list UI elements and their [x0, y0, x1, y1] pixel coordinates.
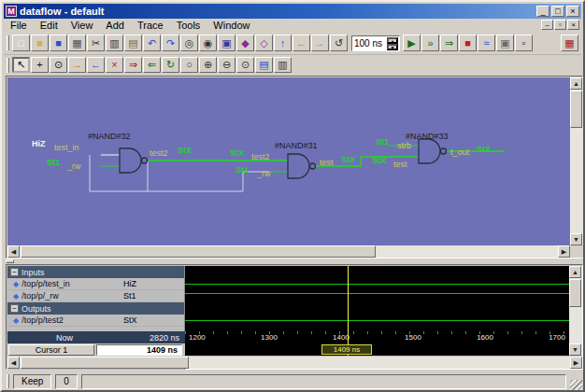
wave-cursor-line[interactable] — [348, 266, 349, 356]
grid-button[interactable]: ▦ — [561, 35, 578, 51]
cursor-time-tag[interactable]: 1409 ns — [321, 344, 372, 355]
scroll-left-button[interactable]: ◀ — [7, 245, 20, 258]
cut-button[interactable]: ✂ — [87, 35, 105, 51]
minimize-button[interactable]: _ — [536, 6, 549, 17]
toolbar-grip[interactable] — [7, 35, 9, 50]
spin-down-button[interactable]: ▾ — [387, 44, 398, 50]
zoom-out-button[interactable]: ⊖ — [218, 57, 235, 73]
trace-set-button[interactable]: ◆ — [236, 35, 254, 51]
nand-gate-31[interactable] — [288, 154, 316, 178]
gate-label[interactable]: #NAND#33 — [406, 132, 449, 141]
mdi-minimize-button[interactable]: – — [541, 20, 553, 30]
undo-button[interactable]: ↶ — [143, 35, 161, 51]
show-schematic-button[interactable]: ▣ — [496, 35, 514, 51]
print-button[interactable]: ▦ — [68, 35, 86, 51]
expand-net-button[interactable]: ▣ — [218, 35, 235, 51]
trace-output-net-button[interactable]: ← — [87, 57, 105, 73]
copy-button[interactable]: ▥ — [106, 35, 123, 51]
nand-gate-33[interactable] — [419, 139, 447, 163]
maximize-button[interactable]: □ — [551, 6, 564, 17]
menu-trace[interactable]: Trace — [131, 19, 170, 32]
collapse-icon[interactable]: − — [10, 304, 19, 313]
nav-right-button[interactable]: → — [311, 35, 329, 51]
delete-trace-button[interactable]: ○ — [180, 57, 198, 73]
scroll-right-button[interactable]: ▶ — [558, 245, 570, 258]
open-button[interactable]: ■ — [31, 35, 49, 51]
pin-net[interactable]: test — [320, 158, 334, 167]
scroll-left-button[interactable]: ◀ — [7, 357, 20, 369]
trace-reset-button[interactable]: ◇ — [255, 35, 273, 51]
trace-x-button[interactable]: × — [106, 57, 123, 73]
zoom-in-button[interactable]: ⊕ — [199, 57, 217, 73]
menu-edit[interactable]: Edit — [34, 19, 64, 32]
stretch-mode-button[interactable]: + — [31, 57, 49, 73]
expand-in-button[interactable]: ⇐ — [143, 57, 161, 73]
pin-net[interactable]: test_in — [54, 143, 79, 152]
embed-wave-button[interactable]: ▥ — [274, 57, 292, 73]
scroll-right-button[interactable]: ▶ — [570, 357, 582, 369]
restart-button[interactable]: ↺ — [330, 35, 348, 51]
menu-file[interactable]: File — [4, 19, 34, 32]
show-wave-button[interactable]: ≈ — [478, 35, 495, 51]
waveform-area[interactable]: 120013001400150016001700 1409 ns — [185, 266, 569, 356]
new-button[interactable]: □ — [12, 35, 30, 51]
wave-hscrollbar[interactable]: ◀ ▶ — [7, 357, 582, 369]
collapse-icon[interactable]: − — [10, 268, 19, 276]
close-button[interactable]: × — [566, 6, 579, 17]
scroll-up-button[interactable]: ▲ — [569, 266, 581, 278]
toolbar-grip[interactable] — [7, 58, 9, 73]
outputs-group-header[interactable]: − Outputs — [7, 302, 184, 315]
menu-add[interactable]: Add — [99, 19, 131, 32]
cursor1-button[interactable]: Cursor 1 — [8, 344, 94, 356]
nav-left-button[interactable]: ← — [292, 35, 310, 51]
show-hierarchy-button[interactable]: ▤ — [255, 57, 273, 73]
vscroll-thumb[interactable] — [569, 279, 581, 307]
continue-run-button[interactable]: » — [421, 35, 439, 51]
mdi-restore-button[interactable]: ▫ — [554, 20, 566, 30]
inputs-group-header[interactable]: − Inputs — [7, 266, 184, 278]
find-next-button[interactable]: ◉ — [199, 35, 217, 51]
gate-label[interactable]: #NAND#31 — [275, 141, 318, 150]
wave-vscrollbar[interactable]: ▲ ▼ — [569, 266, 582, 356]
pin-net[interactable]: test — [393, 160, 407, 169]
pin-net[interactable]: test2 — [251, 152, 270, 161]
find-button[interactable]: ◎ — [180, 35, 198, 51]
scroll-up-button[interactable]: ▲ — [570, 77, 582, 90]
pin-net[interactable]: test2 — [150, 148, 168, 158]
save-button[interactable]: ■ — [50, 35, 67, 51]
signal-row[interactable]: ◆ /top/p/_rw St1 — [7, 290, 184, 302]
menu-view[interactable]: View — [64, 19, 100, 32]
pin-net[interactable]: strb — [397, 141, 411, 150]
redo-button[interactable]: ↷ — [162, 35, 179, 51]
menu-tools[interactable]: Tools — [170, 19, 207, 32]
scroll-down-button[interactable]: ▼ — [569, 343, 581, 356]
regenerate-button[interactable]: ↻ — [162, 57, 179, 73]
run-all-button[interactable]: ⇒ — [440, 35, 458, 51]
signal-row[interactable]: ◆ /top/p/test2 StX — [7, 315, 184, 327]
trace-input-net-button[interactable]: → — [68, 57, 86, 73]
run-length-input[interactable] — [352, 38, 386, 49]
vscroll-thumb[interactable] — [570, 91, 582, 128]
hscroll-thumb[interactable] — [21, 245, 376, 258]
scroll-down-button[interactable]: ▼ — [570, 233, 582, 245]
nav-up-button[interactable]: ↑ — [274, 35, 292, 51]
canvas-vscrollbar[interactable]: ▲ ▼ — [570, 77, 583, 245]
dataflow-canvas[interactable]: #NAND#32 HiZ test_in St1 _rw test2 StX #… — [7, 77, 570, 245]
spin-up-button[interactable]: ▴ — [387, 37, 398, 44]
pin-net[interactable]: t_out — [450, 147, 469, 157]
pin-net[interactable]: _rw — [257, 169, 271, 178]
run-button[interactable]: ▶ — [403, 35, 421, 51]
hscroll-thumb[interactable] — [21, 357, 189, 369]
select-mode-button[interactable]: ↖ — [12, 57, 30, 73]
paste-button[interactable]: ▤ — [124, 35, 142, 51]
zoom-full-button[interactable]: ⊙ — [236, 57, 254, 73]
gate-label[interactable]: #NAND#32 — [88, 132, 131, 141]
zoom-mode-button[interactable]: ⊙ — [50, 57, 67, 73]
menu-window[interactable]: Window — [207, 19, 256, 32]
erase-button[interactable]: ▫ — [515, 35, 533, 51]
title-bar[interactable]: M dataflow - default _ □ × — [4, 4, 581, 19]
mdi-close-button[interactable]: × — [567, 20, 579, 30]
nand-gate-32[interactable] — [120, 148, 148, 173]
resize-grip[interactable] — [570, 380, 582, 392]
pin-net[interactable]: _rw — [67, 161, 81, 171]
